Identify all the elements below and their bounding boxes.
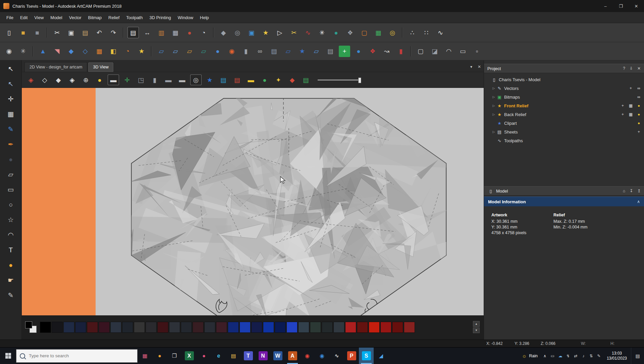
tree-expander-icon[interactable]: ▷ <box>491 87 496 90</box>
taskbar-app-explorer[interactable]: ▤ <box>226 348 241 364</box>
grid-icon[interactable]: ▦ <box>628 103 633 108</box>
tray-display-icon[interactable]: ▭ <box>549 354 556 358</box>
taskbar-search[interactable] <box>16 349 138 363</box>
droplet-tool[interactable]: ● <box>5 259 17 271</box>
eye-icon[interactable]: ∞ <box>636 95 641 99</box>
set-size-icon[interactable]: ▥ <box>156 27 167 38</box>
taskbar-app-excel[interactable]: X <box>182 348 197 364</box>
palette-swatch-28[interactable] <box>369 322 380 333</box>
cylinder-icon[interactable]: ▮ <box>240 46 252 57</box>
pie-icon[interactable]: ◔ <box>122 46 133 57</box>
3d-view-canvas[interactable] <box>22 88 484 315</box>
task-view-button[interactable]: ❐ <box>167 348 182 364</box>
slider-track[interactable] <box>318 80 361 81</box>
frame-icon[interactable]: ▢ <box>359 27 370 38</box>
taskbar-app-photos[interactable]: ◢ <box>374 348 388 364</box>
transform-tool[interactable]: ✛ <box>5 93 17 105</box>
tree-expander-icon[interactable]: ▷ <box>491 95 496 99</box>
tree-expander-icon[interactable]: ▷ <box>491 130 496 134</box>
palette-swatch-25[interactable] <box>333 322 344 333</box>
pin-icon[interactable]: ⇩ <box>630 66 633 71</box>
tray-network-icon[interactable]: ⇅ <box>587 354 595 358</box>
half-shape-icon[interactable]: ◪ <box>429 46 440 57</box>
palette-swatch-30[interactable] <box>392 322 403 333</box>
tree-item-sheets[interactable]: ▷▤Sheets+ <box>484 127 644 136</box>
relief-clipart-icon[interactable]: ★ <box>136 46 147 57</box>
texture-icon[interactable]: ▦ <box>94 46 105 57</box>
gauge-icon[interactable]: ◔ <box>198 27 209 38</box>
smudge-tool[interactable]: ☛ <box>5 274 17 286</box>
palette-swatch-10[interactable] <box>157 322 168 333</box>
green-set-icon[interactable]: ● <box>259 74 270 85</box>
snowflake-icon[interactable]: ✳ <box>316 27 328 38</box>
tree-item-front-relief[interactable]: ▷★Front Relief+▦● <box>484 101 644 110</box>
taskbar-app-onenote[interactable]: N <box>256 348 270 364</box>
taskbar-widget-calendar-icon[interactable]: ▦ <box>138 348 152 364</box>
web-icon[interactable]: ✳ <box>17 46 29 57</box>
view-cube-2-icon[interactable]: ◆ <box>53 74 64 85</box>
button-icon[interactable]: ◉ <box>226 46 237 57</box>
table-icon[interactable]: ▦ <box>373 27 384 38</box>
palette-swatch-19[interactable] <box>263 322 274 333</box>
angled-plane-icon[interactable]: ▱ <box>282 46 294 57</box>
light-icon[interactable]: ● <box>94 74 105 85</box>
relief-smooth-icon[interactable]: ◥ <box>51 46 63 57</box>
eraser-tool[interactable]: ● <box>5 154 17 165</box>
node-path-icon[interactable]: ∿ <box>435 27 446 38</box>
tray-volume-icon[interactable]: ♪ <box>580 354 587 358</box>
clock[interactable]: 13:03 13/01/2023 <box>603 351 631 361</box>
menu-bitmap[interactable]: Bitmap <box>85 13 105 22</box>
sculpt-tool[interactable]: ✒ <box>5 139 17 150</box>
dots-circle-icon[interactable]: ∴ <box>407 27 418 38</box>
tray-usb-icon[interactable]: ⇄ <box>572 354 580 358</box>
play-arrow-icon[interactable]: ▷ <box>274 27 285 38</box>
zoom-sketch-icon[interactable]: ◉ <box>3 46 15 57</box>
eye-icon[interactable]: ∞ <box>636 86 641 91</box>
green-plus-icon[interactable]: + <box>339 46 350 57</box>
palette-swatch-3[interactable] <box>75 322 86 333</box>
ring-icon[interactable]: ◎ <box>232 27 243 38</box>
palette-swatch-9[interactable] <box>146 322 157 333</box>
lasso-tool[interactable]: ▱ <box>5 169 17 180</box>
palette-swatch-6[interactable] <box>110 322 121 333</box>
dumbbell-icon[interactable]: ∞ <box>254 46 266 57</box>
foreground-color-swatch[interactable] <box>25 321 32 328</box>
plus-icon[interactable]: + <box>636 129 641 134</box>
shapes-icon[interactable]: ❖ <box>344 27 356 38</box>
palette-swatch-1[interactable] <box>52 322 63 333</box>
tab-3d-view[interactable]: 3D View <box>88 62 113 72</box>
pattern-icon[interactable]: ❖ <box>367 46 378 57</box>
copy-icon[interactable]: ▣ <box>65 27 77 38</box>
restore-button[interactable]: ❐ <box>613 0 629 12</box>
palette-swatch-24[interactable] <box>322 322 333 333</box>
paste-icon[interactable]: ▤ <box>79 27 91 38</box>
dock-up-icon[interactable]: ↥ <box>637 189 641 193</box>
menu-help[interactable]: Help <box>197 13 212 22</box>
menu-window[interactable]: Window <box>175 13 196 22</box>
sphere-tool-icon[interactable]: ● <box>212 46 223 57</box>
stack-add-icon[interactable]: ▤ <box>325 46 336 57</box>
tree-item-back-relief[interactable]: ▷★Back Relief+▦● <box>484 110 644 119</box>
clipart-library-icon[interactable]: ★ <box>260 27 271 38</box>
save-icon[interactable]: ■ <box>32 27 43 38</box>
palette-swatch-23[interactable] <box>310 322 321 333</box>
slab-icon[interactable]: ▬ <box>163 74 174 85</box>
plus-icon[interactable]: + <box>620 103 625 108</box>
plus-icon[interactable]: + <box>628 86 633 91</box>
two-layers-icon[interactable]: ▤ <box>268 46 280 57</box>
tree-expander-icon[interactable]: ▷ <box>491 104 496 107</box>
palette-swatch-18[interactable] <box>251 322 262 333</box>
minimize-button[interactable]: – <box>598 0 613 12</box>
menu-vector[interactable]: Vector <box>66 13 85 22</box>
tray-bolt-icon[interactable]: ↯ <box>564 354 572 358</box>
snip-icon[interactable]: ✂ <box>288 27 300 38</box>
menu-model[interactable]: Model <box>47 13 65 22</box>
taskbar-app-paint[interactable]: ● <box>197 348 211 364</box>
grid-icon[interactable]: ▦ <box>628 112 633 117</box>
taskbar-app-powerpoint[interactable]: P <box>344 348 359 364</box>
palette-swatch-31[interactable] <box>404 322 415 333</box>
yellow-layer-icon[interactable]: ▬ <box>245 74 257 85</box>
taskbar-app-teams[interactable]: T <box>241 348 256 364</box>
mesh-tool[interactable]: ▦ <box>5 108 17 120</box>
palette-scroll-up[interactable]: ▲ <box>473 321 480 327</box>
